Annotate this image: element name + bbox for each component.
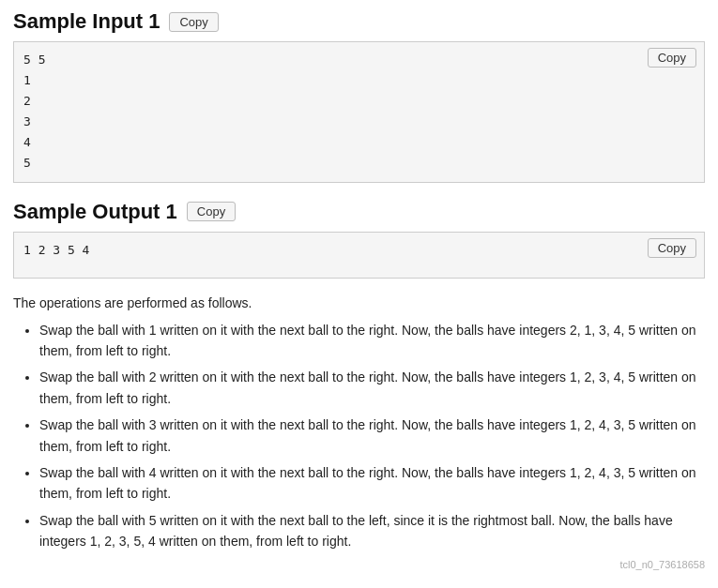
sample-input-content: 5 5 1 2 3 4 5 [23,50,695,174]
sample-input-box: Copy 5 5 1 2 3 4 5 [13,41,705,183]
list-item: Swap the ball with 3 written on it with … [39,415,705,457]
sample-output-box: Copy 1 2 3 5 4 [13,232,705,279]
sample-input-copy-button[interactable]: Copy [169,12,218,32]
sample-output-title: Sample Output 1 [13,200,177,224]
list-item: Swap the ball with 2 written on it with … [39,367,705,409]
description-intro: The operations are performed as follows. [13,295,705,310]
sample-output-content: 1 2 3 5 4 [23,240,695,261]
list-item: Swap the ball with 4 written on it with … [39,462,705,505]
sample-output-header: Sample Output 1 Copy [13,200,705,224]
sample-input-inner-copy-button[interactable]: Copy [648,48,696,68]
sample-input-header: Sample Input 1 Copy [13,9,705,34]
list-item: Swap the ball with 5 written on it with … [39,510,705,552]
watermark: tcl0_n0_73618658 [13,559,705,570]
sample-output-inner-copy-button[interactable]: Copy [648,238,696,258]
sample-input-title: Sample Input 1 [13,9,160,34]
list-item: Swap the ball with 1 written on it with … [39,320,705,362]
description-bullet-list: Swap the ball with 1 written on it with … [39,320,705,552]
sample-output-copy-button[interactable]: Copy [187,202,236,221]
